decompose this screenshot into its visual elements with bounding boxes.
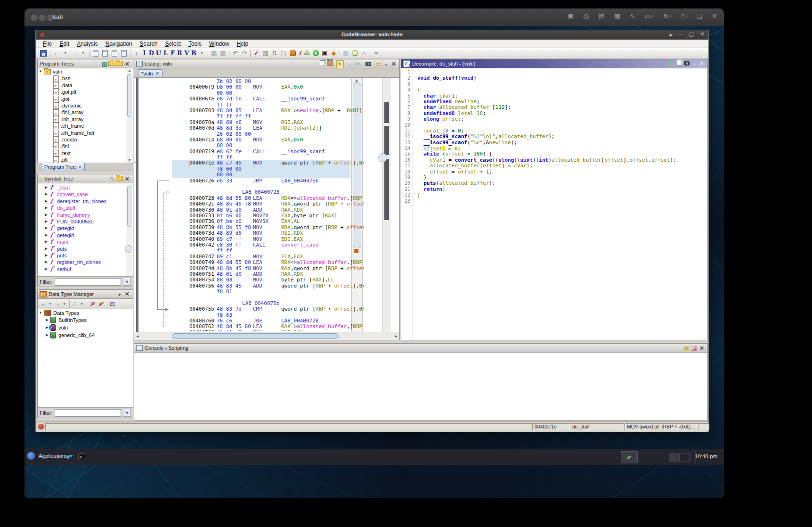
window-green-icon[interactable]: ❏ xyxy=(350,49,359,58)
symbol-item[interactable]: ▶ƒ_start xyxy=(38,184,126,191)
cursor-arrow-icon[interactable]: ↖ xyxy=(336,60,344,68)
call-tree-icon[interactable]: ⁂ xyxy=(302,49,311,58)
dtm-item[interactable]: ▶vuln xyxy=(38,324,132,331)
console-header[interactable]: Console - Scripting ▣◪✕ xyxy=(134,344,707,353)
caret-icon[interactable]: ▾ xyxy=(61,300,68,308)
decompile-line[interactable]: 3 xyxy=(402,82,706,87)
tree-item[interactable]: .bss xyxy=(38,75,126,82)
eye-icon[interactable]: ◎ xyxy=(583,12,589,20)
pointer-slash-icon[interactable] xyxy=(98,301,105,307)
tab-program-tree[interactable]: Program Tree × xyxy=(41,163,85,171)
listing-row[interactable]: f8 00 00 xyxy=(142,166,364,172)
tree-item-root[interactable]: ▼vuln xyxy=(38,68,126,75)
symbol-item[interactable]: ▶ƒframe_dummy xyxy=(38,212,126,218)
page3-icon[interactable] xyxy=(112,50,117,57)
symbol-filter-input[interactable] xyxy=(55,278,122,286)
decompile-view[interactable]: 12void do_stuff(void)34{5 char cVar1;6 u… xyxy=(401,68,707,340)
listing-row[interactable]: 0040072c48 8b 45 f8MOVRAX,qword ptr [RBP… xyxy=(142,201,364,207)
page4-icon[interactable] xyxy=(121,50,127,57)
run-icon[interactable] xyxy=(313,50,319,56)
tree-item[interactable]: .plt xyxy=(38,156,126,163)
terminal-launcher-icon[interactable]: >_ xyxy=(78,453,86,460)
symbol-item[interactable]: ▶ƒsetbuf xyxy=(38,266,126,272)
save-icon[interactable] xyxy=(40,50,47,57)
decompile-header[interactable]: C Decompile: do_stuff - (vuln) ↻▾✕ xyxy=(401,59,707,68)
menu-navigation[interactable]: Navigation xyxy=(102,41,136,47)
listing-row[interactable]: 0040076248 8d 45 80LEARAX=>allocated_buf… xyxy=(142,324,364,329)
toolbar-letter-I[interactable]: I xyxy=(141,49,148,57)
caret-icon[interactable]: ▾ xyxy=(61,49,70,58)
taskbar-window-button[interactable] xyxy=(621,451,638,463)
dtm-filter-input[interactable] xyxy=(55,409,122,417)
toolbar-letter-L[interactable]: L xyxy=(162,49,169,57)
layout-dots-icon[interactable]: ∴ xyxy=(71,300,78,308)
decompile-line[interactable]: 21 return; xyxy=(402,187,706,192)
snapshot-icon[interactable]: ✄ xyxy=(354,59,363,68)
display-menu-icon[interactable]: ▭ xyxy=(645,12,651,20)
grid-icon[interactable]: ▦ xyxy=(614,12,620,20)
clipboard-icon[interactable]: ▤ xyxy=(599,12,605,20)
refresh-icon[interactable]: ↻ xyxy=(667,59,676,68)
filter-funnel-icon[interactable]: ▼ xyxy=(123,278,131,286)
dtm-root[interactable]: ▼Data Types xyxy=(38,310,132,316)
pencil-slash-icon[interactable] xyxy=(89,301,96,307)
listing-overview-margin[interactable] xyxy=(382,78,391,332)
redo-icon[interactable]: ↷ xyxy=(240,49,249,58)
listing-row[interactable]: 00 00 xyxy=(142,143,364,148)
menu-search[interactable]: Search xyxy=(136,41,161,47)
listing-row[interactable]: 0040075b48 83 7dCMPqword ptr [RBP + offs… xyxy=(142,306,364,312)
tab-close-icon[interactable]: × xyxy=(79,165,81,169)
decompile-line[interactable]: 20 puts(allocated_buffer); xyxy=(402,181,706,186)
listing-view[interactable]: ▶ ▷ ▲ 3b 02 00 00004006f9b8 00 00MOVEAX,… xyxy=(134,78,399,332)
workspace-1[interactable] xyxy=(669,453,679,461)
forward-icon[interactable]: → xyxy=(54,300,61,308)
memory-map-icon[interactable]: ▦ xyxy=(261,49,270,58)
console-output[interactable] xyxy=(135,353,707,420)
ghidra-titlebar[interactable]: CodeBrowser: vuln:/vuln ▴─▢✕ xyxy=(36,30,708,40)
caret-icon[interactable]: ▾ xyxy=(79,49,88,58)
refresh-menu-icon[interactable]: ↻ xyxy=(663,12,669,20)
listing-row[interactable]: 0040073d48 89 d6MOVRSI,RDX xyxy=(142,231,364,236)
analysis-status-icon[interactable] xyxy=(38,424,44,429)
symbol-tree-header[interactable]: ∴ Symbol Tree ✎✕ xyxy=(38,174,133,183)
listing-row[interactable]: 00400742e8 30 ffCALLconvert_case xyxy=(142,242,364,248)
filter-funnel-icon[interactable]: ▼ xyxy=(123,409,131,417)
drive-menu-icon[interactable]: ▯ xyxy=(681,12,685,20)
listing-row[interactable]: 00 00 xyxy=(142,172,364,178)
home-icon[interactable]: ⌂ xyxy=(359,49,368,58)
page2-icon[interactable] xyxy=(102,50,108,57)
toolbar-letter-F[interactable]: F xyxy=(169,49,176,57)
analyze-check-icon[interactable]: ✔ xyxy=(252,49,261,58)
expand-icon[interactable]: ▥ xyxy=(210,49,219,58)
shade-button[interactable]: ▴ xyxy=(669,31,672,37)
applications-menu[interactable]: Applications xyxy=(27,452,68,460)
decompile-line[interactable]: 23 xyxy=(402,198,706,204)
listing-row[interactable]: 0040070348 8d 85LEARAX=>newline,[RBP + -… xyxy=(142,108,364,114)
listing-row[interactable]: 0040075648 83 45ADDqword ptr [RBP + offs… xyxy=(142,283,364,289)
script-icon[interactable]: S xyxy=(270,49,279,58)
listing-row[interactable]: 004006f9b8 00 00MOVEAX,0x0 xyxy=(142,84,364,90)
menu-help[interactable]: Help xyxy=(234,41,252,47)
calculator-icon[interactable]: ▦ xyxy=(341,49,350,58)
data-db-icon[interactable] xyxy=(290,50,296,56)
close-button[interactable]: ✕ xyxy=(700,31,705,37)
listing-hscrollbar[interactable]: ◄ ► xyxy=(134,332,399,340)
toolbar-letter-V[interactable]: V xyxy=(183,49,190,57)
paste-icon[interactable] xyxy=(327,59,333,66)
kali-launcher-icon[interactable] xyxy=(66,453,74,461)
back-icon[interactable]: ← xyxy=(52,49,61,58)
camera-icon[interactable] xyxy=(365,62,371,66)
listing-row[interactable]: f8 01 xyxy=(142,289,364,295)
copy-icon[interactable] xyxy=(320,60,325,66)
bookmark-diamond-icon[interactable]: ◆ xyxy=(329,49,338,58)
listing-row[interactable]: 00400714b8 00 00MOVEAX,0x0 xyxy=(142,137,364,143)
collapse-box-icon[interactable]: ⊟ xyxy=(109,300,116,308)
symbol-item[interactable]: ▶ƒputs xyxy=(38,252,126,259)
decompile-line[interactable]: 13 __isoc99_scanf("%c",&newline); xyxy=(402,140,706,146)
listing-row[interactable]: ff ff xyxy=(142,248,364,254)
symbol-item[interactable]: ▶ƒgetegid xyxy=(38,232,126,239)
close-icon[interactable]: ✕ xyxy=(123,175,132,183)
undo-icon[interactable]: ↶ xyxy=(231,49,240,58)
tree-item[interactable]: .data xyxy=(38,82,126,89)
tree-item[interactable]: .eh_frame xyxy=(38,123,126,129)
